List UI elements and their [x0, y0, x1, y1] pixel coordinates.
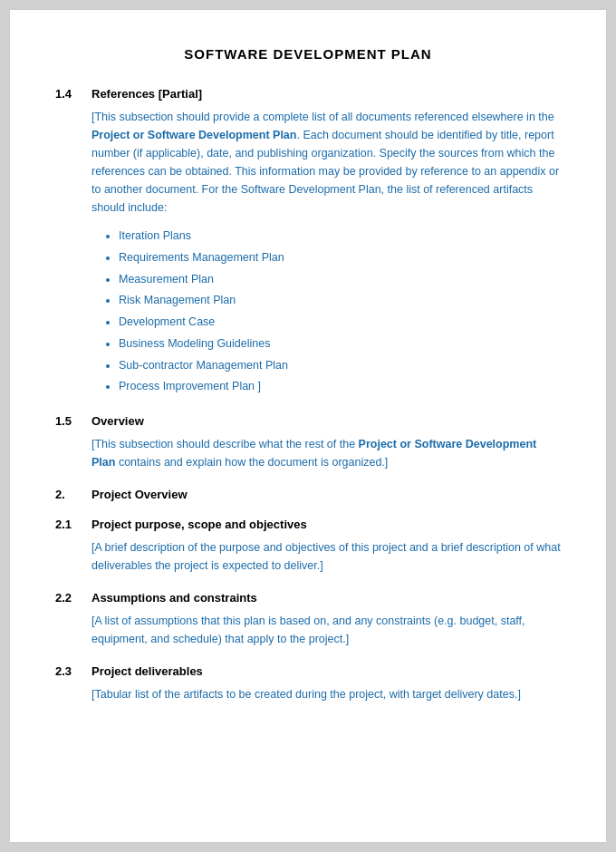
- section-title-2-3: Project deliverables: [91, 664, 203, 678]
- section-header-2-1: 2.1 Project purpose, scope and objective…: [55, 518, 561, 531]
- section-body-1-5: [This subsection should describe what th…: [91, 435, 561, 471]
- section-header-1-5: 1.5 Overview: [55, 414, 561, 428]
- list-item: Business Modeling Guidelines: [119, 334, 561, 355]
- section-title-2-2: Assumptions and constraints: [91, 591, 257, 605]
- section-title-1-5: Overview: [91, 414, 144, 428]
- section-number-1-5: 1.5: [55, 414, 91, 428]
- list-item: Measurement Plan: [119, 269, 561, 291]
- section-2-1: 2.1 Project purpose, scope and objective…: [55, 518, 561, 575]
- section-header-2-3: 2.3 Project deliverables: [55, 664, 561, 678]
- list-item: Iteration Plans: [119, 226, 561, 247]
- section-header-2: 2. Project Overview: [55, 488, 561, 501]
- section-title-2: Project Overview: [91, 488, 188, 501]
- section-2: 2. Project Overview: [55, 488, 561, 501]
- list-item: Risk Management Plan: [119, 290, 561, 312]
- section-body-2-3: [Tabular list of the artifacts to be cre…: [91, 685, 561, 703]
- page-title: SOFTWARE DEVELOPMENT PLAN: [55, 46, 561, 62]
- section-1-5-paragraph: [This subsection should describe what th…: [91, 435, 561, 471]
- section-2-3: 2.3 Project deliverables [Tabular list o…: [55, 664, 561, 703]
- section-title-1-4: References [Partial]: [91, 87, 202, 101]
- section-1-4-bold-1: Project or Software Development Plan: [91, 129, 296, 141]
- section-number-2-3: 2.3: [55, 664, 91, 678]
- section-1-5-bold-1: Project or Software Development Plan: [91, 438, 536, 469]
- section-2-1-paragraph: [A brief description of the purpose and …: [91, 538, 561, 575]
- list-item: Requirements Management Plan: [119, 247, 561, 269]
- section-2-3-paragraph: [Tabular list of the artifacts to be cre…: [91, 685, 561, 703]
- section-header-1-4: 1.4 References [Partial]: [55, 87, 561, 101]
- section-1-4-list: Iteration Plans Requirements Management …: [110, 226, 561, 398]
- section-number-2: 2.: [55, 488, 91, 501]
- section-title-2-1: Project purpose, scope and objectives: [91, 518, 307, 531]
- section-1-4-paragraph: [This subsection should provide a comple…: [91, 108, 561, 217]
- list-item: Process Improvement Plan ]: [119, 376, 561, 398]
- section-1-5: 1.5 Overview [This subsection should des…: [55, 414, 561, 471]
- section-2-2-paragraph: [A list of assumptions that this plan is…: [91, 612, 561, 648]
- list-item: Sub-contractor Management Plan: [119, 355, 561, 377]
- section-number-1-4: 1.4: [55, 87, 91, 101]
- section-number-2-2: 2.2: [55, 591, 91, 605]
- section-number-2-1: 2.1: [55, 518, 91, 531]
- list-item: Development Case: [119, 312, 561, 334]
- document-page: SOFTWARE DEVELOPMENT PLAN 1.4 References…: [9, 9, 607, 843]
- section-1-4: 1.4 References [Partial] [This subsectio…: [55, 87, 561, 398]
- section-body-2-2: [A list of assumptions that this plan is…: [91, 612, 561, 648]
- section-header-2-2: 2.2 Assumptions and constraints: [55, 591, 561, 605]
- section-body-2-1: [A brief description of the purpose and …: [91, 538, 561, 575]
- section-2-2: 2.2 Assumptions and constraints [A list …: [55, 591, 561, 648]
- section-body-1-4: [This subsection should provide a comple…: [91, 108, 561, 398]
